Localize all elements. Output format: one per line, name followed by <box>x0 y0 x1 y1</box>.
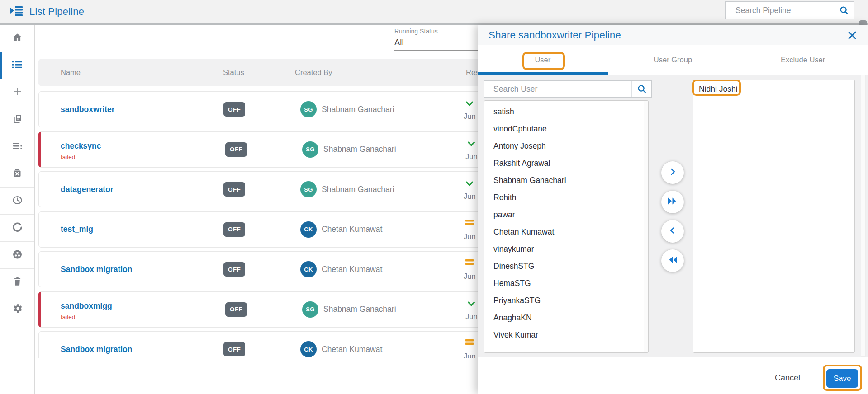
app-brand: List Pipeline <box>10 0 84 23</box>
tab-user-group[interactable]: User Group <box>608 45 738 75</box>
user-list-item[interactable]: pawar <box>484 206 648 223</box>
sidebar-item-add[interactable] <box>0 79 34 106</box>
sidebar-item-home[interactable] <box>0 25 34 52</box>
sidebar-item-pipeline-list[interactable] <box>0 52 34 79</box>
drawer-scrollbar[interactable] <box>861 75 866 357</box>
creator-name: Shabnam Ganachari <box>322 92 394 127</box>
pipeline-name-link[interactable]: datagenerator <box>61 172 114 207</box>
creator-name: Shabnam Ganachari <box>323 292 396 327</box>
trend-down-icon <box>465 98 474 108</box>
pipeline-name-link[interactable]: Sandbox migration <box>61 252 132 287</box>
move-all-right-button[interactable] <box>661 191 684 213</box>
user-list-item[interactable]: satish <box>484 103 648 120</box>
trend-down-icon <box>466 299 476 309</box>
close-icon[interactable] <box>847 30 857 40</box>
pipeline-search-placeholder[interactable]: Search Pipeline <box>726 2 834 19</box>
running-status-label: Running Status <box>394 28 438 35</box>
pipeline-name-link[interactable]: Sandbox migration <box>61 332 132 358</box>
creator-name: Shabnam Ganachari <box>322 172 394 207</box>
user-list-item[interactable]: AnaghaKN <box>484 309 648 326</box>
sidebar-item-discard-box[interactable] <box>0 160 34 188</box>
user-list-item[interactable]: Chetan Kumawat <box>484 223 648 240</box>
move-left-button[interactable] <box>661 220 684 243</box>
pipeline-search[interactable]: Search Pipeline <box>725 1 854 19</box>
pipeline-name-link[interactable]: sandboxmigg <box>61 301 112 311</box>
creator-name: Chetan Kumawat <box>322 332 382 358</box>
pipeline-menu-icon[interactable] <box>10 5 24 19</box>
pipeline-failed-label: failed <box>61 154 75 160</box>
user-search[interactable]: Search User <box>484 80 652 98</box>
running-status-underline <box>394 50 485 51</box>
sidebar-item-history[interactable] <box>0 188 34 215</box>
status-badge[interactable]: OFF <box>223 102 245 117</box>
status-badge[interactable]: OFF <box>225 302 247 317</box>
move-all-right-icon <box>667 197 678 207</box>
drawer-title: Share sandboxwriter Pipeline <box>489 29 621 41</box>
user-list-item[interactable]: HemaSTG <box>484 275 648 292</box>
search-icon[interactable] <box>631 81 651 97</box>
pipeline-name-link[interactable]: sandboxwriter <box>61 92 115 127</box>
trend-flat-icon <box>465 338 474 348</box>
user-list-item[interactable]: Vivek Kumar <box>484 326 648 343</box>
sidebar-item-settings[interactable] <box>0 296 34 323</box>
tab-exclude-user[interactable]: Exclude User <box>738 45 868 75</box>
move-right-button[interactable] <box>661 161 684 184</box>
discard-box-icon <box>12 168 23 180</box>
user-list-item[interactable]: PriyankaSTG <box>484 292 648 309</box>
pipeline-name-link[interactable]: test_mig <box>61 212 93 247</box>
column-status: Status <box>223 59 244 86</box>
share-pipeline-drawer: Share sandboxwriter Pipeline UserUser Gr… <box>478 25 868 394</box>
creator-avatar: SG <box>302 301 318 318</box>
status-badge[interactable]: OFF <box>223 262 245 277</box>
sidebar-item-copy[interactable] <box>0 106 34 133</box>
move-right-icon <box>668 167 677 178</box>
sidebar-item-trash[interactable] <box>0 269 34 296</box>
creator-avatar: CK <box>300 341 317 357</box>
users-scrollbar[interactable] <box>644 101 648 352</box>
creator-name: Shabnam Ganachari <box>323 132 396 167</box>
running-status-select[interactable]: All <box>394 38 404 47</box>
user-list-item[interactable]: DineshSTG <box>484 258 648 275</box>
page-title: List Pipeline <box>29 6 84 18</box>
move-all-left-button[interactable] <box>661 249 684 272</box>
creator-name: Chetan Kumawat <box>322 212 382 247</box>
home-icon <box>12 32 23 45</box>
pipeline-list-icon <box>11 60 23 71</box>
annotation-selected-user <box>692 80 741 96</box>
trash-icon <box>12 276 23 289</box>
creator-avatar: CK <box>300 261 317 277</box>
user-list-item[interactable]: Antony Joseph <box>484 137 648 155</box>
sidebar-item-cluster[interactable] <box>0 242 34 269</box>
user-list-item[interactable]: Shabnam Ganachari <box>484 172 648 189</box>
user-list-item[interactable]: vinodCphutane <box>484 120 648 137</box>
result-date: Jun <box>464 112 476 121</box>
annotation-user-tab <box>522 52 565 70</box>
drawer-footer: Cancel Save <box>478 357 868 394</box>
status-badge[interactable]: OFF <box>223 182 245 197</box>
cluster-icon <box>12 249 23 262</box>
status-badge[interactable]: OFF <box>225 142 247 157</box>
result-date: Jun <box>464 352 476 358</box>
pipeline-name-link[interactable]: checksync <box>61 141 101 151</box>
move-left-icon <box>668 226 677 237</box>
search-icon[interactable] <box>834 2 854 19</box>
user-list-item[interactable]: vinaykumar <box>484 240 648 258</box>
cancel-button[interactable]: Cancel <box>775 373 800 383</box>
user-list-item[interactable]: Rohith <box>484 189 648 206</box>
user-search-placeholder[interactable]: Search User <box>484 81 631 97</box>
sidebar <box>0 25 35 394</box>
creator-avatar: SG <box>300 101 317 117</box>
drawer-header: Share sandboxwriter Pipeline <box>478 25 868 45</box>
trend-flat-icon <box>465 219 474 229</box>
status-badge[interactable]: OFF <box>223 342 245 356</box>
active-tab-indicator <box>478 72 608 75</box>
sidebar-item-refresh[interactable] <box>0 215 34 242</box>
page-scrollbar-thumb[interactable] <box>859 20 867 25</box>
settings-icon <box>12 303 23 316</box>
add-icon <box>12 86 23 99</box>
sidebar-item-queue[interactable] <box>0 133 34 160</box>
status-badge[interactable]: OFF <box>223 222 245 237</box>
history-icon <box>12 195 23 207</box>
annotation-save-button <box>823 365 862 391</box>
user-list-item[interactable]: Rakshit Agrawal <box>484 155 648 172</box>
